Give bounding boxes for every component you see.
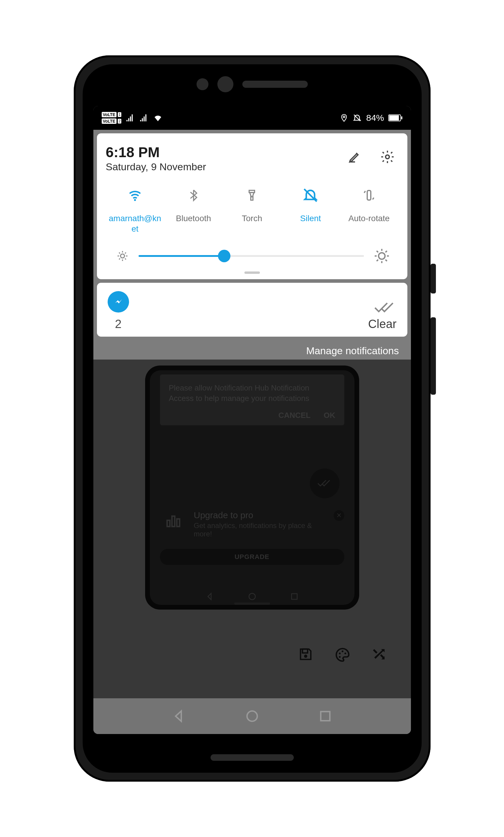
svg-rect-32 (292, 594, 297, 600)
volte-badge-1: VoLTE (102, 112, 116, 117)
tile-wifi-label: amarnath@knet (108, 213, 162, 234)
phone-frame: VoLTE 1 VoLTE 2 (74, 55, 431, 782)
shuffle-icon[interactable] (372, 646, 387, 663)
panel-drag-handle[interactable] (244, 271, 260, 274)
save-icon[interactable] (298, 646, 313, 663)
tile-wifi[interactable]: amarnath@knet (106, 186, 164, 234)
modal-cancel-button[interactable]: CANCEL (278, 410, 311, 421)
permission-modal: Please allow Notification Hub Notificati… (160, 374, 344, 425)
wifi-icon (126, 186, 144, 204)
brightness-slider[interactable] (138, 255, 364, 257)
fab-check-icon[interactable] (310, 468, 340, 498)
battery-percent: 84% (366, 113, 384, 123)
auto-rotate-icon (361, 186, 377, 204)
sensor-bar (83, 76, 422, 92)
qs-tiles: amarnath@knet Bluetooth Torch (106, 186, 398, 234)
back-icon[interactable] (205, 592, 215, 601)
svg-line-24 (376, 251, 378, 252)
svg-point-37 (344, 653, 346, 654)
clear-button[interactable]: Clear (368, 317, 397, 331)
svg-point-31 (249, 593, 255, 600)
tile-silent-label: Silent (300, 213, 321, 224)
location-icon (340, 114, 348, 122)
svg-line-17 (119, 259, 120, 259)
status-bar: VoLTE 1 VoLTE 2 (93, 106, 411, 130)
sun-small-icon (116, 250, 128, 262)
quick-settings-panel: 6:18 PM Saturday, 9 November (97, 133, 407, 279)
palette-icon[interactable] (334, 646, 351, 663)
screen: VoLTE 1 VoLTE 2 (93, 106, 411, 734)
inner-nav-bar (150, 592, 354, 601)
bluetooth-icon (187, 186, 200, 204)
side-button-2 (431, 317, 436, 395)
messenger-icon (108, 291, 129, 313)
sensor-dot (197, 78, 208, 90)
svg-rect-40 (320, 712, 330, 721)
brightness-row (106, 248, 398, 264)
tile-auto-rotate[interactable]: Auto-rotate (340, 186, 398, 234)
home-icon[interactable] (247, 592, 257, 601)
nav-home-icon[interactable] (245, 709, 259, 723)
svg-point-36 (341, 651, 343, 652)
torch-icon (245, 186, 258, 204)
tile-torch-label: Torch (242, 213, 262, 224)
upgrade-title: Upgrade to pro (194, 510, 325, 520)
side-button-1 (431, 264, 436, 293)
svg-rect-29 (172, 516, 174, 527)
svg-line-27 (385, 251, 387, 252)
sim-badge-1: 1 (118, 112, 122, 117)
svg-line-18 (125, 252, 126, 253)
silent-icon (302, 186, 319, 204)
tile-bt-label: Bluetooth (176, 213, 211, 224)
tile-rotate-label: Auto-rotate (349, 213, 390, 224)
battery-icon (388, 114, 403, 122)
svg-rect-9 (367, 191, 371, 200)
notification-group[interactable]: 2 Clear (97, 283, 407, 337)
svg-point-5 (134, 199, 136, 201)
camera-dot (217, 76, 234, 92)
nav-back-icon[interactable] (172, 709, 186, 723)
svg-point-35 (339, 653, 340, 654)
svg-point-34 (304, 655, 307, 658)
floating-toolbar (298, 646, 387, 663)
tile-torch[interactable]: Torch (223, 186, 281, 234)
svg-point-0 (343, 116, 345, 118)
tile-silent[interactable]: Silent (281, 186, 340, 234)
sim-badge-2: 2 (118, 119, 122, 124)
svg-line-15 (119, 252, 120, 253)
svg-point-4 (385, 155, 389, 159)
close-icon[interactable]: ✕ (334, 510, 344, 521)
svg-rect-2 (389, 115, 399, 120)
svg-rect-30 (176, 519, 179, 527)
recents-icon[interactable] (290, 592, 299, 601)
svg-point-10 (120, 254, 124, 258)
inner-phone-mock: Please allow Notification Hub Notificati… (145, 366, 359, 610)
signal-icon-1 (125, 114, 135, 122)
manage-notifications-link[interactable]: Manage notifications (93, 337, 411, 360)
tile-bluetooth[interactable]: Bluetooth (164, 186, 223, 234)
clear-check-icon[interactable] (374, 302, 397, 314)
qs-time: 6:18 PM (106, 144, 206, 160)
inner-home-indicator (234, 603, 270, 605)
svg-point-19 (378, 253, 385, 259)
svg-point-39 (247, 711, 257, 722)
modal-ok-button[interactable]: OK (324, 410, 335, 421)
upgrade-button[interactable]: UPGRADE (160, 549, 344, 565)
modal-text: Please allow Notification Hub Notificati… (169, 383, 335, 404)
svg-line-26 (376, 260, 378, 261)
silent-status-icon (352, 113, 362, 123)
edit-icon[interactable] (348, 149, 362, 164)
svg-point-38 (339, 656, 340, 658)
svg-rect-28 (167, 520, 170, 527)
svg-line-25 (385, 260, 387, 261)
earpiece-speaker (242, 81, 308, 88)
upgrade-subtitle: Get analytics, notifications by place & … (194, 521, 325, 538)
upgrade-card: Upgrade to pro Get analytics, notificati… (160, 510, 344, 538)
nav-recents-icon[interactable] (318, 709, 332, 723)
svg-rect-3 (401, 117, 402, 119)
signal-icon-2 (138, 114, 149, 122)
svg-rect-33 (302, 649, 307, 653)
volte-badge-2: VoLTE (102, 119, 116, 124)
qs-date: Saturday, 9 November (106, 161, 206, 173)
gear-icon[interactable] (380, 149, 395, 164)
